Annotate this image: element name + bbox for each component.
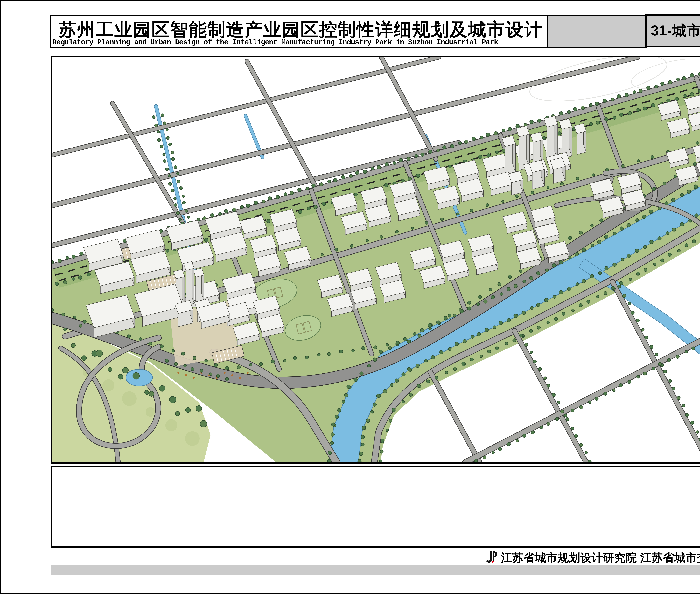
sheet-number-label: 31-城市设计三维鸟瞰图 [645,14,700,47]
birdseye-rendering [52,57,700,462]
header-gray-strip [547,15,646,48]
sheet-number-text: 31-城市设计三维鸟瞰图 [651,21,700,40]
institute-logo-icon [485,551,497,565]
birdseye-rendering-frame [51,56,700,464]
footer: 江苏省城市规划设计研究院 江苏省城市交通规划研究中心 [493,551,700,565]
footer-gray-bar [51,565,700,575]
title-block: 苏州工业园区智能制造产业园区控制性详细规划及城市设计 Regulatory Pl… [50,15,548,48]
institute-names: 江苏省城市规划设计研究院 江苏省城市交通规划研究中心 [501,550,700,565]
empty-notes-panel [51,465,700,548]
sheet-title-english: Regulatory Planning and Urban Design of … [52,38,498,46]
